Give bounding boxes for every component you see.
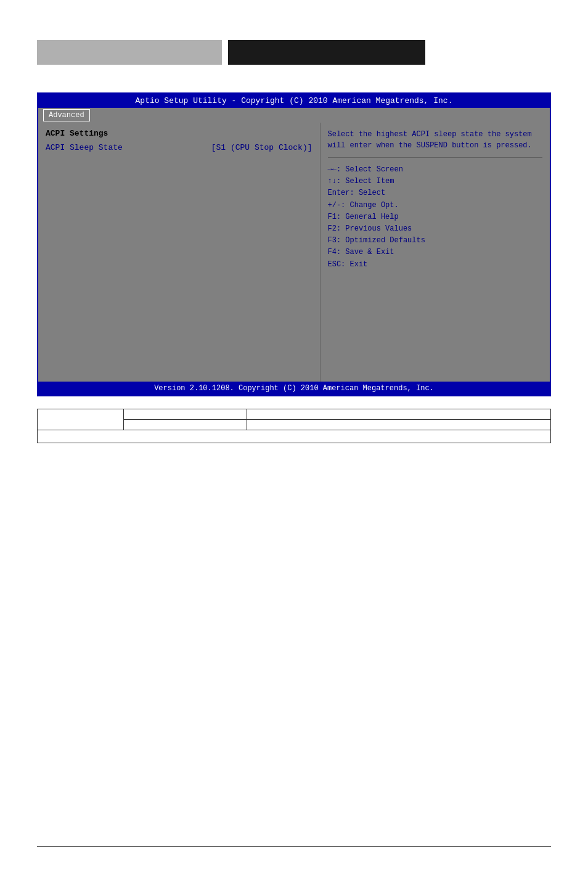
bios-section-title: ACPI Settings <box>46 129 312 138</box>
bios-content-area: ACPI Settings ACPI Sleep State [S1 (CPU … <box>38 123 550 382</box>
bios-left-panel: ACPI Settings ACPI Sleep State [S1 (CPU … <box>38 123 320 382</box>
bios-divider <box>328 157 543 158</box>
table-cell-col2-row1 <box>124 409 247 420</box>
key-help-line-6: F2: Previous Values <box>328 223 543 235</box>
key-help-line-4: +/-: Change Opt. <box>328 200 543 211</box>
top-header <box>0 37 588 74</box>
info-table <box>37 409 551 443</box>
bios-tab-bar: Advanced <box>38 108 550 123</box>
key-help-line-3: Enter: Select <box>328 187 543 199</box>
bios-key-help: →←: Select Screen ↑↓: Select Item Enter:… <box>328 164 543 271</box>
key-help-line-5: F1: General Help <box>328 211 543 223</box>
page-footer-line <box>37 846 551 847</box>
table-row-1 <box>38 409 551 420</box>
table-cell-col2-row2 <box>124 420 247 430</box>
table-cell-col1-row1 <box>38 409 124 430</box>
key-help-line-8: F4: Save & Exit <box>328 247 543 258</box>
bios-footer: Version 2.10.1208. Copyright (C) 2010 Am… <box>38 382 550 395</box>
table-cell-col3-row1 <box>247 409 551 420</box>
table-cell-col3-row2 <box>247 420 551 430</box>
key-help-line-7: F3: Optimized Defaults <box>328 235 543 247</box>
table-note-row <box>38 430 551 443</box>
key-help-line-1: →←: Select Screen <box>328 164 543 176</box>
key-help-line-9: ESC: Exit <box>328 259 543 271</box>
key-help-line-2: ↑↓: Select Item <box>328 176 543 187</box>
bios-right-panel: Select the highest ACPI sleep state the … <box>320 123 550 382</box>
acpi-sleep-state-value: [S1 (CPU Stop Clock)] <box>211 143 312 152</box>
info-table-container <box>37 409 551 443</box>
bios-screen: Aptio Setup Utility - Copyright (C) 2010… <box>37 92 551 396</box>
bios-setting-row-acpi-sleep[interactable]: ACPI Sleep State [S1 (CPU Stop Clock)] <box>46 143 312 152</box>
header-right-bar <box>228 40 425 65</box>
table-note-cell <box>38 430 551 443</box>
bios-title-bar: Aptio Setup Utility - Copyright (C) 2010… <box>38 94 550 108</box>
bios-title: Aptio Setup Utility - Copyright (C) 2010… <box>136 96 453 105</box>
bios-tab-advanced[interactable]: Advanced <box>43 109 90 121</box>
header-left-bar <box>37 40 222 65</box>
acpi-sleep-state-label: ACPI Sleep State <box>46 143 123 152</box>
bios-help-text: Select the highest ACPI sleep state the … <box>328 129 543 151</box>
